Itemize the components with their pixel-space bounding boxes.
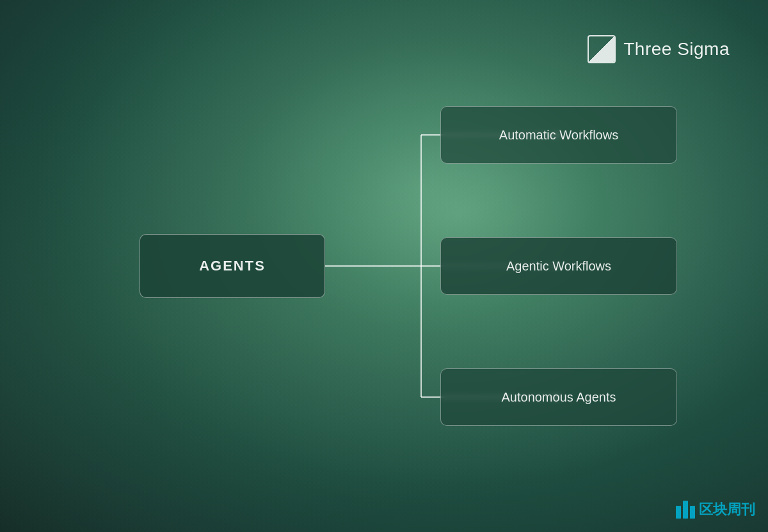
logo-text: Three Sigma [623,39,730,59]
watermark-bar-2 [683,501,688,519]
diagram: AGENTS Automatic Workflows Agentic Workf… [108,81,684,451]
watermark-bar-1 [676,506,681,519]
three-sigma-logo-icon [588,35,616,63]
watermark-text: 区块周刊 [699,500,755,519]
watermark-bar-3 [690,506,695,519]
agents-node: AGENTS [140,234,325,298]
logo-area: Three Sigma [588,35,730,63]
agents-label: AGENTS [199,258,266,274]
automatic-workflows-label: Automatic Workflows [499,128,618,143]
watermark-icon [676,501,695,519]
watermark: 区块周刊 [676,500,755,519]
autonomous-agents-label: Autonomous Agents [501,390,616,405]
autonomous-agents-node: Autonomous Agents [440,368,677,426]
agentic-workflows-node: Agentic Workflows [440,237,677,295]
agentic-workflows-label: Agentic Workflows [506,259,611,274]
automatic-workflows-node: Automatic Workflows [440,106,677,164]
